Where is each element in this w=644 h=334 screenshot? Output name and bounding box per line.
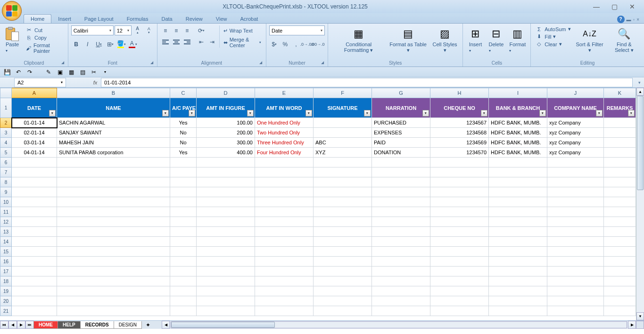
cell[interactable]: [604, 138, 636, 148]
tab-formulas[interactable]: Formulas: [120, 15, 155, 23]
column-header-narration[interactable]: NARRATION▾: [372, 98, 430, 118]
cell[interactable]: [489, 217, 547, 227]
row-header[interactable]: 16: [0, 257, 12, 267]
column-header-signature[interactable]: SIGNATURE▾: [314, 98, 372, 118]
cell[interactable]: [372, 187, 430, 197]
cell[interactable]: [430, 247, 489, 257]
sort-filter-button[interactable]: A↓ZSort & Filter ▾: [574, 25, 605, 54]
cell[interactable]: [489, 207, 547, 217]
sheet-tab-help[interactable]: HELP: [58, 321, 81, 329]
cell[interactable]: [170, 217, 197, 227]
cell[interactable]: [57, 167, 170, 177]
cell[interactable]: [430, 197, 489, 207]
cell[interactable]: [57, 286, 170, 296]
filter-dropdown-icon[interactable]: ▾: [162, 110, 169, 117]
cell[interactable]: [12, 276, 57, 286]
row-header[interactable]: 14: [0, 237, 12, 247]
cell[interactable]: [57, 267, 170, 276]
tab-prev-button[interactable]: ◀: [8, 321, 17, 329]
cell[interactable]: [314, 286, 372, 296]
paste-button[interactable]: Paste▾: [3, 25, 22, 54]
column-header-company-name[interactable]: COMPANY NAME▾: [547, 98, 604, 118]
cell[interactable]: [255, 257, 314, 267]
cell[interactable]: [197, 306, 255, 316]
cell[interactable]: [57, 197, 170, 207]
cell[interactable]: [489, 286, 547, 296]
tab-insert[interactable]: Insert: [51, 15, 78, 23]
col-header-F[interactable]: F: [314, 88, 372, 98]
cell[interactable]: 300.00: [197, 138, 255, 148]
cell[interactable]: [604, 167, 636, 177]
cell[interactable]: XYZ: [314, 148, 372, 158]
cell[interactable]: [170, 187, 197, 197]
cell[interactable]: [430, 177, 489, 187]
row-header[interactable]: 21: [0, 306, 12, 316]
tab-data[interactable]: Data: [155, 15, 179, 23]
cell[interactable]: [57, 306, 170, 316]
qat-custom3-button[interactable]: ▦: [67, 68, 75, 76]
name-box[interactable]: A2▾: [14, 78, 66, 87]
cell[interactable]: 03-01-14: [12, 138, 57, 148]
cell[interactable]: [197, 207, 255, 217]
cell[interactable]: [314, 118, 372, 128]
filter-dropdown-icon[interactable]: ▾: [364, 110, 371, 117]
cell[interactable]: [547, 187, 604, 197]
font-size-combo[interactable]: 12▾: [115, 25, 132, 35]
cell[interactable]: [57, 247, 170, 257]
cell[interactable]: 1234569: [430, 138, 489, 148]
cell[interactable]: [170, 247, 197, 257]
cell[interactable]: [372, 207, 430, 217]
align-right-button[interactable]: [182, 37, 192, 47]
cell[interactable]: Yes: [170, 118, 197, 128]
row-header[interactable]: 18: [0, 276, 12, 286]
cell[interactable]: [489, 227, 547, 237]
cell[interactable]: [372, 286, 430, 296]
align-top-button[interactable]: ≡: [160, 25, 171, 35]
tab-view[interactable]: View: [209, 15, 234, 23]
cell[interactable]: [430, 296, 489, 306]
qat-dropdown-button[interactable]: ▾: [101, 68, 109, 76]
qat-custom5-button[interactable]: ✂: [90, 68, 98, 76]
font-dialog-icon[interactable]: ◢: [150, 60, 153, 65]
cell[interactable]: xyz Company: [547, 128, 604, 138]
cell[interactable]: [255, 296, 314, 306]
cell[interactable]: [547, 306, 604, 316]
tab-review[interactable]: Review: [179, 15, 209, 23]
col-header-I[interactable]: I: [489, 88, 547, 98]
filter-dropdown-icon[interactable]: ▾: [189, 110, 195, 117]
cell[interactable]: [430, 276, 489, 286]
sheet-tab-home[interactable]: HOME: [33, 321, 58, 329]
cell[interactable]: [372, 257, 430, 267]
cell[interactable]: [12, 296, 57, 306]
cell[interactable]: [12, 217, 57, 227]
cell[interactable]: [197, 197, 255, 207]
cell[interactable]: [372, 227, 430, 237]
row-header[interactable]: 2: [0, 118, 12, 128]
filter-dropdown-icon[interactable]: ▾: [481, 110, 487, 117]
cell-styles-button[interactable]: ▨Cell Styles ▾: [430, 25, 460, 54]
scroll-left-button[interactable]: ◀: [162, 321, 170, 329]
cell[interactable]: [430, 217, 489, 227]
cell[interactable]: [197, 217, 255, 227]
cell[interactable]: [314, 177, 372, 187]
cell[interactable]: [255, 217, 314, 227]
cell[interactable]: [197, 177, 255, 187]
align-middle-button[interactable]: ≡: [171, 25, 182, 35]
cell[interactable]: [170, 267, 197, 276]
format-cells-button[interactable]: ▥Format▾: [507, 25, 528, 54]
cell[interactable]: [170, 237, 197, 247]
cell[interactable]: [430, 187, 489, 197]
ribbon-minimize-icon[interactable]: ▬: [627, 17, 631, 22]
underline-button[interactable]: U▾: [94, 39, 104, 49]
cell[interactable]: [314, 187, 372, 197]
cell[interactable]: Three Hundred Only: [255, 138, 314, 148]
cell[interactable]: [12, 306, 57, 316]
column-header-a-c-payee[interactable]: A/C PAYEE▾: [170, 98, 197, 118]
cell[interactable]: [372, 217, 430, 227]
cell[interactable]: No: [170, 138, 197, 148]
cell[interactable]: [255, 177, 314, 187]
accounting-format-button[interactable]: $▾: [269, 39, 280, 49]
cell[interactable]: xyz Company: [547, 148, 604, 158]
maximize-button[interactable]: ▢: [608, 3, 620, 10]
column-header-remarks[interactable]: REMARKS▾: [604, 98, 636, 118]
